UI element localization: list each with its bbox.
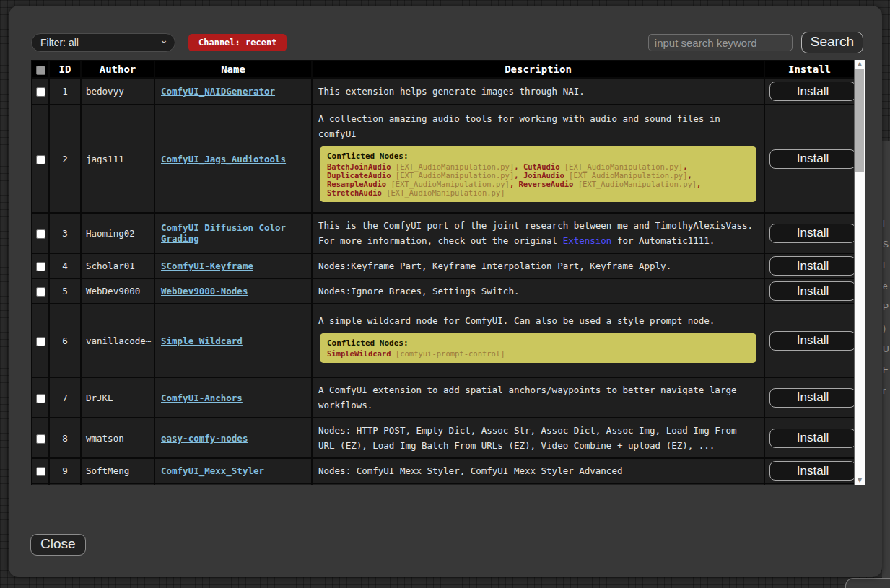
cell-id: 9 [49, 458, 81, 483]
cell-install: Install [764, 458, 854, 483]
row-checkbox[interactable] [36, 394, 45, 403]
row-checkbox-cell [32, 78, 49, 105]
cell-install: Install [764, 278, 854, 304]
row-checkbox[interactable] [36, 434, 45, 444]
cell-author: Scholar01 [81, 253, 154, 278]
conflicted-nodes-box: Conflicted Nodes:BatchJoinAudio [EXT_Aud… [320, 146, 756, 202]
cell-name: ComfyUI_NAIDGenerator [154, 78, 312, 105]
extensions-table-zone: ID Author Name Description Install 1bedo… [31, 60, 865, 485]
conflicted-node-name: JoinAudio [523, 171, 564, 180]
conflicted-node-name: DuplicateAudio [327, 171, 391, 180]
conflicted-node-name: ReverseAudio [519, 180, 574, 188]
background-menu-text-fragment: L [883, 260, 888, 271]
extension-name-link[interactable]: WebDev9000-Nodes [161, 286, 248, 297]
custom-nodes-installer-dialog: Filter: all ⌄ Channel: recent Search [9, 6, 882, 577]
cell-id: 1 [49, 78, 81, 105]
conflict-separator: , [687, 171, 692, 180]
cell-install: Install [764, 105, 854, 213]
table-row: 9SoftMengComfyUI_Mexx_StylerNodes: Comfy… [32, 458, 854, 483]
install-button[interactable]: Install [769, 331, 854, 351]
close-button[interactable]: Close [30, 534, 86, 556]
toolbar: Filter: all ⌄ Channel: recent Search [31, 32, 863, 53]
conflicted-nodes-list: SimpleWildcard [comfyui-prompt-control] [327, 349, 749, 358]
channel-badge[interactable]: Channel: recent [188, 34, 287, 51]
filter-select[interactable]: Filter: all [31, 33, 175, 52]
extension-name-link[interactable]: ComfyUI_NAIDGenerator [161, 86, 275, 97]
cell-author: jags111 [81, 105, 154, 213]
cell-name: ComfyUI Diffusion Color Grading [154, 213, 312, 253]
cell-author: WebDev9000 [81, 278, 154, 304]
extension-name-link[interactable]: ComfyUI_Mexx_Styler [161, 465, 264, 476]
cell-description: This extension helps generate images thr… [312, 78, 764, 105]
cell-install: Install [764, 377, 854, 418]
conflicted-node-source: [EXT_AudioManipulation.py] [569, 171, 687, 180]
install-button[interactable]: Install [769, 429, 854, 448]
background-menu-sliver: iSLeP)UFr [882, 141, 890, 588]
extension-name-link[interactable]: ComfyUI_Jags_Audiotools [161, 154, 286, 164]
extension-name-link[interactable]: ComfyUI-Anchors [161, 392, 243, 403]
scrollbar-thumb[interactable] [855, 69, 864, 172]
search-input[interactable] [648, 34, 793, 51]
row-checkbox[interactable] [36, 467, 45, 476]
extension-name-link[interactable]: easy-comfy-nodes [161, 433, 248, 444]
install-button[interactable]: Install [769, 82, 854, 101]
cell-author: wmatson [81, 418, 154, 458]
cell-name: ComfyUI_Jags_Audiotools [154, 105, 312, 213]
cell-description: Nodes:Keyframe Part, Keyframe Interpolat… [312, 253, 764, 278]
conflicted-nodes-list: BatchJoinAudio [EXT_AudioManipulation.py… [327, 162, 749, 197]
row-checkbox[interactable] [36, 229, 45, 239]
table-row: 6vanillacode⋯Simple WildcardA simple wil… [32, 304, 854, 377]
scroll-down-icon[interactable]: ▼ [855, 476, 865, 485]
conflict-separator: , [697, 180, 701, 188]
row-checkbox-cell [32, 377, 49, 418]
conflicted-nodes-title: Conflicted Nodes: [327, 338, 749, 348]
cell-author: Haoming02 [81, 213, 154, 253]
cell-install: Install [764, 78, 854, 105]
install-button[interactable]: Install [769, 281, 854, 301]
cell-name: Simple Wildcard [154, 304, 312, 377]
background-menu-text-fragment: r [883, 386, 886, 396]
cell-description: Nodes: Yolov8Detection, Yolov8Segmentati… [312, 483, 764, 485]
search-button[interactable]: Search [801, 32, 863, 53]
install-button[interactable]: Install [769, 149, 854, 169]
cell-author: DrJKL [81, 377, 154, 418]
cell-install: Install [764, 418, 854, 458]
row-checkbox-cell [32, 213, 49, 253]
cell-description: A simple wildcard node for ComfyUI. Can … [312, 304, 764, 377]
table-row: 8wmatsoneasy-comfy-nodesNodes: HTTP POST… [32, 418, 854, 458]
description-inline-link[interactable]: Extension [563, 235, 612, 246]
conflicted-node-source: [EXT_AudioManipulation.py] [396, 162, 514, 171]
row-checkbox[interactable] [36, 155, 45, 164]
cell-install: Install [764, 483, 854, 485]
conflicted-node-name: SimpleWildcard [327, 349, 391, 358]
conflict-separator: , [683, 162, 687, 171]
cell-description: Nodes: ComfyUI Mexx Styler, ComfyUI Mexx… [312, 458, 764, 483]
select-all-checkbox[interactable] [36, 66, 45, 75]
cell-id: 3 [49, 213, 81, 253]
scroll-up-icon[interactable]: ▲ [855, 60, 865, 69]
cell-name: easy-comfy-nodes [154, 418, 312, 458]
table-scrollbar[interactable]: ▲ ▼ [854, 60, 865, 485]
row-checkbox-cell [32, 483, 49, 485]
row-checkbox-cell [32, 105, 49, 213]
header-description: Description [312, 61, 764, 78]
install-button[interactable]: Install [769, 388, 854, 408]
install-button[interactable]: Install [769, 256, 854, 276]
row-checkbox[interactable] [36, 87, 45, 97]
table-header-row: ID Author Name Description Install [32, 61, 854, 78]
table-row: 10zcfrank1stComfyUI Yolov8Nodes: Yolov8D… [32, 483, 854, 485]
extension-name-link[interactable]: Simple Wildcard [161, 335, 243, 346]
install-button[interactable]: Install [769, 224, 854, 243]
cell-description: This is the ComfyUI port of the joint re… [312, 213, 764, 253]
background-menu-text-fragment: ) [883, 323, 886, 333]
cell-description: A ComfyUI extension to add spatial ancho… [312, 377, 764, 418]
install-button[interactable]: Install [769, 461, 854, 481]
extension-name-link[interactable]: ComfyUI Diffusion Color Grading [161, 222, 286, 244]
extension-name-link[interactable]: SComfyUI-Keyframe [161, 260, 253, 271]
row-checkbox-cell [32, 458, 49, 483]
row-checkbox[interactable] [36, 287, 45, 297]
row-checkbox[interactable] [36, 337, 45, 346]
row-checkbox[interactable] [36, 262, 45, 271]
background-menu-text-fragment: S [883, 240, 889, 250]
conflicted-node-source: [comfyui-prompt-control] [396, 349, 505, 358]
